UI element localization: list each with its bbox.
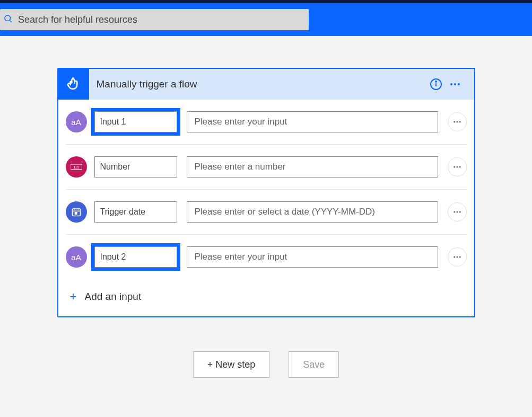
- input-row: aA: [66, 100, 467, 145]
- card-title: Manually trigger a flow: [97, 78, 426, 90]
- svg-point-0: [5, 15, 11, 21]
- svg-point-22: [453, 211, 455, 213]
- row-menu-button[interactable]: [448, 157, 467, 176]
- manual-trigger-icon: [58, 69, 89, 100]
- svg-point-16: [459, 166, 460, 168]
- svg-point-15: [456, 166, 458, 168]
- svg-point-27: [459, 256, 460, 258]
- text-type-icon: aA: [66, 246, 87, 268]
- svg-point-7: [454, 83, 456, 85]
- input-row: 123: [66, 145, 467, 190]
- svg-text:123: 123: [73, 165, 79, 169]
- input-description-field[interactable]: [187, 156, 438, 178]
- card-menu-button[interactable]: [446, 75, 465, 94]
- input-name-field[interactable]: [94, 201, 177, 223]
- new-step-button[interactable]: + New step: [193, 351, 270, 378]
- save-button[interactable]: Save: [289, 351, 339, 378]
- inputs-list: aA123aA: [58, 100, 474, 279]
- svg-line-1: [10, 20, 11, 22]
- input-name-field[interactable]: [94, 111, 177, 132]
- row-menu-button[interactable]: [448, 202, 467, 221]
- svg-point-8: [458, 83, 460, 85]
- plus-icon: +: [70, 290, 85, 304]
- svg-point-10: [456, 121, 458, 123]
- svg-point-5: [435, 81, 437, 82]
- svg-point-14: [453, 166, 455, 168]
- date-type-icon: [66, 201, 87, 223]
- add-input-button[interactable]: + Add an input: [66, 279, 467, 316]
- svg-rect-21: [75, 212, 76, 214]
- input-description-field[interactable]: [187, 201, 438, 223]
- search-icon: [3, 14, 13, 25]
- svg-point-24: [459, 211, 460, 213]
- input-name-field[interactable]: [94, 156, 177, 178]
- top-bar: [0, 0, 532, 36]
- input-row: [66, 190, 467, 235]
- text-type-icon: aA: [66, 111, 87, 132]
- svg-point-23: [456, 211, 458, 213]
- row-menu-button[interactable]: [448, 247, 467, 267]
- input-row: aA: [66, 235, 467, 279]
- svg-point-11: [459, 121, 460, 123]
- svg-point-2: [73, 78, 73, 78]
- search-input[interactable]: [13, 14, 309, 25]
- svg-point-25: [453, 256, 455, 258]
- search-box[interactable]: [0, 9, 309, 30]
- input-description-field[interactable]: [187, 111, 438, 132]
- input-description-field[interactable]: [187, 246, 438, 268]
- number-type-icon: 123: [66, 156, 87, 178]
- input-name-field[interactable]: [94, 246, 177, 268]
- info-button[interactable]: [426, 75, 446, 94]
- svg-point-26: [456, 256, 458, 258]
- row-menu-button[interactable]: [448, 112, 467, 131]
- trigger-card: Manually trigger a flow aA123aA + Add an…: [57, 68, 475, 317]
- svg-point-9: [453, 121, 455, 123]
- card-header: Manually trigger a flow: [58, 69, 474, 100]
- add-input-label: Add an input: [85, 291, 142, 303]
- svg-point-6: [450, 83, 452, 85]
